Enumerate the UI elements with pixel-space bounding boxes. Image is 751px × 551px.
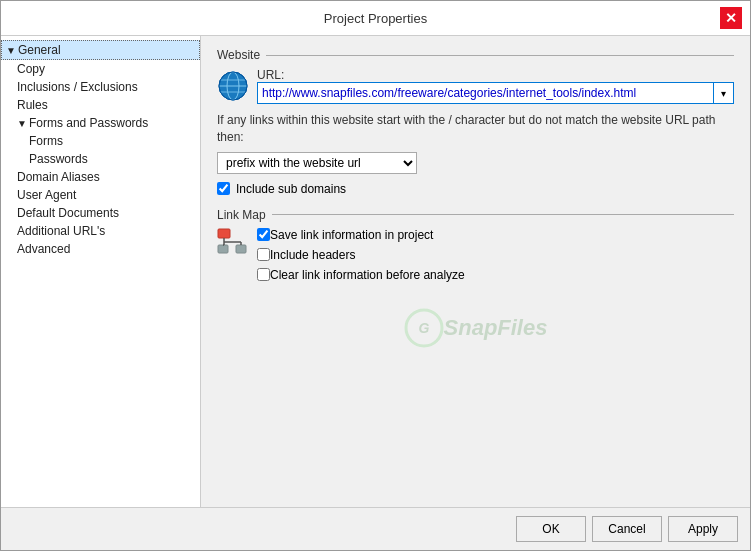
sidebar-label-domain-aliases: Domain Aliases bbox=[17, 170, 100, 184]
dialog-body: ▼ General Copy Inclusions / Exclusions R… bbox=[1, 36, 750, 507]
sidebar-item-rules[interactable]: Rules bbox=[1, 96, 200, 114]
sidebar-label-user-agent: User Agent bbox=[17, 188, 76, 202]
sidebar-label-rules: Rules bbox=[17, 98, 48, 112]
save-link-info-checkbox[interactable] bbox=[257, 228, 270, 241]
dialog-title: Project Properties bbox=[31, 11, 720, 26]
include-sub-domains-checkbox[interactable] bbox=[217, 182, 230, 195]
sidebar-item-copy[interactable]: Copy bbox=[1, 60, 200, 78]
sidebar-item-default-documents[interactable]: Default Documents bbox=[1, 204, 200, 222]
save-link-info-label: Save link information in project bbox=[270, 228, 433, 242]
content-area: Website URL: ▾ bbox=[201, 36, 750, 507]
link-map-icon bbox=[217, 228, 249, 256]
sidebar-label-forms: Forms bbox=[29, 134, 63, 148]
watermark-text: SnapFiles bbox=[444, 315, 548, 341]
sidebar-label-passwords: Passwords bbox=[29, 152, 88, 166]
close-button[interactable]: ✕ bbox=[720, 7, 742, 29]
sidebar-item-forms[interactable]: Forms bbox=[1, 132, 200, 150]
clear-link-info-row: Clear link information before analyze bbox=[257, 268, 734, 282]
link-map-section-label: Link Map bbox=[217, 208, 734, 222]
sidebar-item-advanced[interactable]: Advanced bbox=[1, 240, 200, 258]
sidebar-label-copy: Copy bbox=[17, 62, 45, 76]
include-sub-domains-label: Include sub domains bbox=[236, 182, 346, 196]
sidebar-label-general: General bbox=[18, 43, 61, 57]
sidebar-item-passwords[interactable]: Passwords bbox=[1, 150, 200, 168]
cancel-button[interactable]: Cancel bbox=[592, 516, 662, 542]
svg-rect-7 bbox=[218, 245, 228, 253]
url-row: URL: ▾ bbox=[217, 68, 734, 104]
globe-icon bbox=[217, 70, 249, 102]
website-section-label: Website bbox=[217, 48, 734, 62]
sidebar-item-forms-passwords[interactable]: ▼ Forms and Passwords bbox=[1, 114, 200, 132]
dialog: Project Properties ✕ ▼ General Copy Incl… bbox=[0, 0, 751, 551]
sidebar-label-inclusions: Inclusions / Exclusions bbox=[17, 80, 138, 94]
sidebar-label-forms-passwords: Forms and Passwords bbox=[29, 116, 148, 130]
url-dropdown-button[interactable]: ▾ bbox=[714, 82, 734, 104]
svg-rect-6 bbox=[218, 229, 230, 238]
sidebar-label-additional-urls: Additional URL's bbox=[17, 224, 105, 238]
link-map-section: Link Map Sav bbox=[217, 208, 734, 288]
title-bar: Project Properties ✕ bbox=[1, 1, 750, 36]
apply-button[interactable]: Apply bbox=[668, 516, 738, 542]
svg-rect-8 bbox=[236, 245, 246, 253]
include-sub-domains-row: Include sub domains bbox=[217, 182, 734, 196]
link-map-options: Save link information in project Include… bbox=[257, 228, 734, 288]
sidebar: ▼ General Copy Inclusions / Exclusions R… bbox=[1, 36, 201, 507]
url-label: URL: bbox=[257, 68, 726, 82]
arrow-icon: ▼ bbox=[6, 45, 16, 56]
watermark-logo-icon: G bbox=[404, 308, 444, 348]
sidebar-label-default-documents: Default Documents bbox=[17, 206, 119, 220]
save-link-info-row: Save link information in project bbox=[257, 228, 734, 242]
clear-link-info-checkbox[interactable] bbox=[257, 268, 270, 281]
svg-text:G: G bbox=[418, 320, 429, 336]
clear-link-info-label: Clear link information before analyze bbox=[270, 268, 465, 282]
watermark-area: G SnapFiles bbox=[217, 308, 734, 348]
sidebar-label-advanced: Advanced bbox=[17, 242, 70, 256]
prefix-dropdown[interactable]: prefix with the website url ignore inclu… bbox=[217, 152, 417, 174]
ok-button[interactable]: OK bbox=[516, 516, 586, 542]
arrow-icon-forms: ▼ bbox=[17, 118, 27, 129]
dialog-footer: OK Cancel Apply bbox=[1, 507, 750, 550]
include-headers-checkbox[interactable] bbox=[257, 248, 270, 261]
sidebar-item-domain-aliases[interactable]: Domain Aliases bbox=[1, 168, 200, 186]
sidebar-item-general[interactable]: ▼ General bbox=[1, 40, 200, 60]
sidebar-item-additional-urls[interactable]: Additional URL's bbox=[1, 222, 200, 240]
include-headers-label: Include headers bbox=[270, 248, 355, 262]
sidebar-item-user-agent[interactable]: User Agent bbox=[1, 186, 200, 204]
info-text: If any links within this website start w… bbox=[217, 112, 734, 146]
url-input[interactable] bbox=[257, 82, 714, 104]
sidebar-item-inclusions[interactable]: Inclusions / Exclusions bbox=[1, 78, 200, 96]
include-headers-row: Include headers bbox=[257, 248, 734, 262]
dropdown-row: prefix with the website url ignore inclu… bbox=[217, 152, 734, 174]
